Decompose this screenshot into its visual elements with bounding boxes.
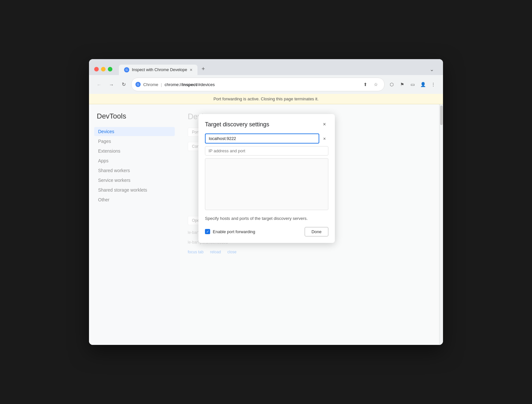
sidebar-item-service-workers[interactable]: Service workers — [94, 176, 175, 185]
address-separator: | — [161, 82, 162, 87]
refresh-icon: ↻ — [122, 82, 126, 87]
scrollbar-thumb[interactable] — [440, 106, 443, 125]
port-forwarding-checkbox-label[interactable]: ✓ Enable port forwarding — [205, 229, 255, 234]
forward-icon: → — [109, 82, 114, 87]
sidebar-item-other[interactable]: Other — [94, 195, 175, 204]
scrollbar[interactable] — [439, 104, 443, 345]
address-bar[interactable]: G Chrome | chrome://inspect/#devices ⬆ ☆ — [131, 78, 385, 91]
address-actions: ⬆ ☆ — [361, 80, 380, 89]
menu-icon: ⋮ — [431, 82, 436, 87]
sidebar-item-apps[interactable]: Apps — [94, 156, 175, 165]
nav-bar: ← → ↻ G Chrome | chrome://inspect/#devic… — [89, 75, 443, 94]
split-button[interactable]: ▭ — [408, 80, 417, 89]
modal-footer: ✓ Enable port forwarding Done — [205, 227, 328, 236]
main-content: DevTools Devices Pages Extensions Apps S… — [89, 104, 443, 345]
back-button[interactable]: ← — [94, 80, 104, 89]
modal-title: Target discovery settings — [205, 121, 269, 128]
browser-window: G Inspect with Chrome Develope × + ⌄ ← →… — [89, 59, 443, 345]
done-button[interactable]: Done — [305, 227, 328, 236]
tab-title: Inspect with Chrome Develope — [132, 68, 187, 72]
star-icon: ☆ — [374, 82, 378, 87]
tab-favicon-icon: G — [124, 67, 129, 72]
profile-button[interactable]: 👤 — [418, 80, 427, 89]
devtools-icon: ⚑ — [400, 82, 404, 87]
back-icon: ← — [97, 82, 102, 87]
sidebar-title: DevTools — [94, 112, 175, 120]
profile-icon: 👤 — [420, 82, 426, 87]
modal-header: Target discovery settings × — [198, 114, 335, 133]
target-discovery-modal: Target discovery settings × × Specify ho… — [198, 114, 335, 243]
placeholder-input-row — [205, 146, 328, 156]
bookmark-button[interactable]: ☆ — [371, 80, 380, 89]
address-url-bold: inspect — [182, 82, 197, 87]
content-area: Devices Port forwarding... Configure... … — [180, 104, 439, 345]
warning-bar: Port forwarding is active. Closing this … — [89, 94, 443, 104]
host-input[interactable] — [205, 133, 319, 144]
close-traffic-light[interactable] — [94, 67, 99, 71]
devtools-button[interactable]: ⚑ — [398, 80, 407, 89]
refresh-button[interactable]: ↻ — [119, 80, 129, 89]
minimize-traffic-light[interactable] — [101, 67, 106, 71]
tab-bar: G Inspect with Chrome Develope × + ⌄ — [119, 63, 438, 75]
extra-input-area — [205, 158, 328, 210]
warning-text: Port forwarding is active. Closing this … — [213, 96, 319, 101]
tab-close-icon[interactable]: × — [190, 67, 192, 72]
sidebar-item-extensions[interactable]: Extensions — [94, 146, 175, 156]
sidebar-item-devices[interactable]: Devices — [94, 127, 175, 136]
address-url: chrome://inspect/#devices — [165, 82, 215, 87]
checkbox-label-text: Enable port forwarding — [213, 229, 255, 234]
modal-body: × Specify hosts and ports of the target … — [198, 133, 335, 243]
split-icon: ▭ — [411, 82, 415, 87]
address-favicon-icon: G — [135, 82, 141, 87]
sidebar-item-pages[interactable]: Pages — [94, 137, 175, 146]
forward-button[interactable]: → — [107, 80, 116, 89]
placeholder-host-input[interactable] — [205, 146, 328, 156]
extensions-icon: ⬡ — [390, 82, 394, 87]
traffic-lights — [94, 67, 112, 71]
title-bar: G Inspect with Chrome Develope × + ⌄ — [89, 59, 443, 75]
extensions-button[interactable]: ⬡ — [387, 80, 396, 89]
menu-button[interactable]: ⋮ — [429, 80, 438, 89]
sidebar-item-shared-workers[interactable]: Shared workers — [94, 166, 175, 175]
share-button[interactable]: ⬆ — [361, 80, 370, 89]
description-text: Specify hosts and ports of the target di… — [205, 215, 328, 222]
modal-close-button[interactable]: × — [321, 120, 328, 128]
tab-overflow-button[interactable]: ⌄ — [426, 64, 438, 75]
maximize-traffic-light[interactable] — [108, 67, 112, 71]
sidebar-item-shared-storage-worklets[interactable]: Shared storage worklets — [94, 185, 175, 195]
sidebar: DevTools Devices Pages Extensions Apps S… — [89, 104, 180, 345]
toolbar-icons: ⬡ ⚑ ▭ 👤 ⋮ — [387, 80, 438, 89]
port-forwarding-checkbox[interactable]: ✓ — [205, 229, 210, 234]
new-tab-button[interactable]: + — [197, 63, 209, 75]
checkbox-check-icon: ✓ — [206, 230, 209, 234]
address-url-prefix: chrome:// — [165, 82, 182, 87]
chrome-label: Chrome — [143, 82, 158, 87]
input-clear-button[interactable]: × — [321, 135, 328, 143]
active-tab[interactable]: G Inspect with Chrome Develope × — [119, 65, 197, 75]
share-icon: ⬆ — [363, 82, 367, 87]
host-input-row: × — [205, 133, 328, 144]
address-url-suffix: /#devices — [197, 82, 215, 87]
modal-overlay: Target discovery settings × × Specify ho… — [180, 104, 439, 345]
